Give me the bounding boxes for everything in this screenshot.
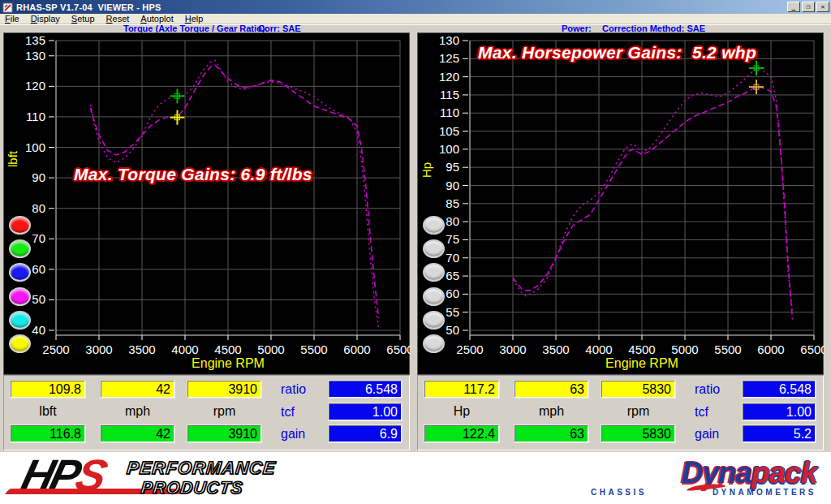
header-strip: Torque (Axle Torque / Gear Ratio): Corr:… — [0, 24, 831, 32]
speed-unit-label: mph — [515, 403, 588, 420]
svg-text:60: 60 — [32, 262, 45, 276]
power-run1-rpm: 5830 — [601, 381, 675, 398]
titlebar[interactable]: RHAS-SP V1.7-04 VIEWER - HPS _ ❐ ✕ — [0, 0, 831, 14]
window-title: RHAS-SP V1.7-04 VIEWER - HPS — [16, 2, 161, 12]
svg-text:50: 50 — [32, 292, 45, 306]
hps-logo: HPS PERFORMANCE PRODUCTS — [23, 454, 274, 498]
svg-text:130: 130 — [439, 33, 459, 47]
torque-tcf-value: 1.00 — [329, 403, 402, 420]
menu-display[interactable]: Display — [31, 14, 60, 24]
channel-button-4[interactable] — [9, 311, 31, 330]
svg-text:4000: 4000 — [171, 342, 198, 356]
svg-text:6000: 6000 — [343, 342, 370, 356]
svg-text:125: 125 — [439, 51, 459, 65]
app-icon — [2, 2, 13, 12]
torque-run2-speed: 42 — [101, 425, 174, 442]
power-run2-rpm: 5830 — [601, 425, 675, 442]
dynapack-pack-text: pack — [751, 456, 816, 489]
torque-chart: 1351301201101009080706050402500300035004… — [4, 33, 411, 374]
menu-help[interactable]: Help — [185, 14, 204, 24]
torque-gain-annotation: Max. Torque Gains: 6.9 ft/lbs — [74, 165, 312, 184]
speed-unit-label: mph — [101, 403, 174, 420]
menu-reset[interactable]: Reset — [106, 14, 130, 24]
restore-button[interactable]: ❐ — [802, 2, 815, 12]
power-x-axis-label: Engine RPM — [470, 356, 814, 371]
svg-text:80: 80 — [32, 201, 45, 215]
channel-button-4[interactable] — [423, 311, 445, 330]
svg-text:3000: 3000 — [499, 342, 526, 356]
power-ratio-value: 6.548 — [743, 381, 816, 398]
power-run1-speed: 63 — [515, 381, 588, 398]
svg-text:4500: 4500 — [214, 342, 241, 356]
channel-button-3[interactable] — [423, 287, 445, 306]
svg-text:70: 70 — [32, 231, 45, 245]
torque-unit-label: lbft — [11, 403, 85, 420]
power-unit-label: Hp — [424, 403, 499, 420]
svg-text:4000: 4000 — [585, 342, 612, 356]
svg-text:3500: 3500 — [542, 342, 569, 356]
svg-text:115: 115 — [440, 88, 459, 101]
ratio-label: ratio — [695, 381, 735, 398]
power-chart: 1301251201151101051009590858075706560555… — [418, 33, 825, 374]
rpm-unit-label: rpm — [187, 403, 261, 420]
dynapack-chassis-text: CHASSIS — [591, 488, 647, 497]
svg-text:85: 85 — [446, 196, 459, 210]
torque-data-group: 109.8 42 3910 lbft mph rpm 116.8 42 3910… — [3, 375, 410, 450]
ratio-label: ratio — [281, 381, 321, 398]
svg-text:90: 90 — [32, 170, 45, 184]
torque-run1-value: 109.8 — [11, 381, 85, 398]
svg-text:100: 100 — [25, 140, 45, 154]
svg-text:120: 120 — [25, 79, 45, 93]
svg-text:2500: 2500 — [42, 342, 69, 356]
svg-text:3500: 3500 — [128, 342, 155, 356]
charts-row: 1351301201101009080706050402500300035004… — [0, 32, 831, 375]
close-button[interactable]: ✕ — [816, 2, 829, 12]
menu-autoplot[interactable]: Autoplot — [140, 14, 173, 24]
svg-text:55: 55 — [446, 305, 459, 319]
svg-text:95: 95 — [446, 160, 459, 174]
torque-run1-rpm: 3910 — [187, 381, 261, 398]
svg-text:6000: 6000 — [757, 342, 784, 356]
torque-run2-rpm: 3910 — [187, 425, 261, 442]
channel-button-3[interactable] — [9, 287, 31, 306]
gain-label: gain — [695, 425, 735, 442]
channel-button-5[interactable] — [423, 334, 445, 353]
svg-text:2500: 2500 — [456, 342, 483, 356]
svg-text:90: 90 — [446, 179, 459, 192]
power-y-axis-label: Hp — [420, 162, 433, 178]
svg-text:75: 75 — [446, 232, 459, 246]
tcf-label: tcf — [695, 403, 735, 420]
svg-text:105: 105 — [439, 124, 459, 138]
hps-performance-text: PERFORMANCE — [126, 459, 277, 478]
channel-button-0[interactable] — [423, 216, 445, 235]
channel-button-0[interactable] — [9, 216, 31, 235]
power-data-group: 117.2 63 5830 Hp mph rpm 122.4 63 5830 r… — [417, 375, 824, 450]
svg-text:50: 50 — [446, 323, 459, 337]
svg-text:40: 40 — [32, 323, 45, 337]
torque-ratio-value: 6.548 — [329, 381, 402, 398]
svg-text:100: 100 — [439, 142, 459, 156]
hps-products-text: PRODUCTS — [124, 478, 275, 498]
data-row: 109.8 42 3910 lbft mph rpm 116.8 42 3910… — [0, 375, 831, 452]
svg-text:70: 70 — [446, 251, 459, 265]
rpm-unit-label: rpm — [601, 403, 675, 420]
power-tcf-value: 1.00 — [743, 403, 816, 420]
svg-text:5000: 5000 — [671, 342, 698, 356]
svg-text:65: 65 — [446, 269, 459, 282]
svg-text:5500: 5500 — [714, 342, 741, 356]
minimize-button[interactable]: _ — [787, 2, 800, 12]
logo-band: HPS PERFORMANCE PRODUCTS Dynapack CHASSI… — [0, 452, 831, 504]
menu-setup[interactable]: Setup — [71, 14, 95, 24]
torque-gain-value: 6.9 — [329, 425, 402, 442]
svg-text:60: 60 — [446, 286, 459, 300]
torque-chart-panel: 1351301201101009080706050402500300035004… — [3, 32, 410, 375]
svg-text:120: 120 — [439, 70, 459, 84]
svg-text:135: 135 — [25, 33, 45, 47]
svg-text:110: 110 — [440, 106, 459, 119]
torque-x-axis-label: Engine RPM — [56, 356, 400, 371]
power-run2-value: 122.4 — [424, 425, 499, 442]
channel-button-5[interactable] — [9, 334, 31, 353]
svg-text:110: 110 — [26, 110, 45, 123]
menu-file[interactable]: File — [5, 14, 19, 24]
dynapack-dynamometers-text: DYNAMOMETERS — [713, 488, 816, 497]
